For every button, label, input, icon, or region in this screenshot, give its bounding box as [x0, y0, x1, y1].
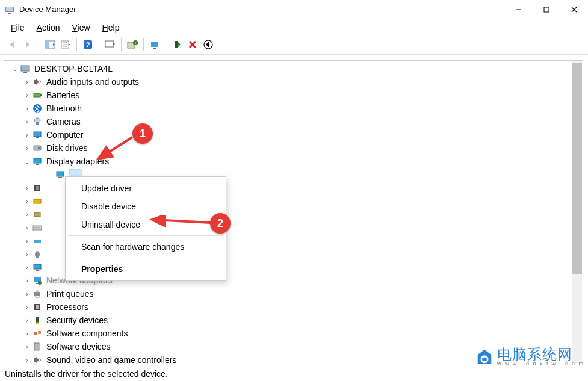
expand-arrow-icon[interactable]: ⌄ [22, 158, 32, 165]
vertical-scrollbar[interactable] [572, 61, 582, 363]
toolbar-add-drivers-button[interactable] [201, 37, 215, 52]
toolbar-help-button[interactable]: ? [81, 37, 95, 52]
sound-icon [32, 355, 43, 364]
toolbar-forward-button[interactable] [20, 37, 35, 52]
context-menu-scan-hardware[interactable]: Scan for hardware changes [66, 238, 226, 256]
maximize-button[interactable] [533, 0, 560, 19]
svg-rect-65 [36, 290, 39, 292]
tree-category-label: Disk drives [46, 143, 87, 153]
svg-rect-73 [34, 343, 39, 350]
keyboard-icon [32, 222, 43, 233]
toolbar-scan-button[interactable] [147, 37, 162, 52]
toolbar-properties-button[interactable] [58, 37, 73, 52]
context-menu-uninstall-device[interactable]: Uninstall device [66, 215, 226, 234]
chip-icon [32, 182, 43, 193]
tree-category-speaker[interactable]: ›Audio inputs and outputs [4, 75, 583, 88]
context-menu-properties[interactable]: Properties [66, 260, 226, 278]
collapse-arrow-icon[interactable]: › [22, 119, 32, 125]
collapse-arrow-icon[interactable]: › [22, 264, 32, 271]
collapse-arrow-icon[interactable]: › [22, 357, 32, 364]
context-menu-update-driver[interactable]: Update driver [66, 179, 226, 197]
collapse-arrow-icon[interactable]: › [22, 291, 32, 297]
tree-category-security[interactable]: ›Security devices [4, 314, 583, 327]
svg-rect-38 [34, 93, 40, 97]
tree-category-component[interactable]: ›Software components [4, 327, 583, 340]
svg-point-63 [38, 281, 42, 285]
svg-rect-34 [21, 66, 29, 71]
collapse-arrow-icon[interactable]: › [22, 185, 32, 191]
tree-category-cpu[interactable]: ›Processors [4, 300, 583, 314]
expand-arrow-icon[interactable]: ⌄ [10, 66, 20, 72]
menu-help[interactable]: Help [96, 20, 126, 35]
collapse-arrow-icon[interactable]: › [22, 105, 32, 112]
tree-root[interactable]: ⌄ DESKTOP-BCLTA4L [4, 62, 583, 75]
close-button[interactable] [560, 0, 588, 19]
menu-file[interactable]: File [5, 20, 31, 35]
context-menu: Update driver Disable device Uninstall d… [65, 176, 226, 281]
tree-category-disk[interactable]: ›Disk drives [4, 141, 583, 155]
tree-category-bluetooth[interactable]: ›Bluetooth [4, 102, 583, 115]
svg-rect-24 [151, 42, 158, 47]
minimize-button[interactable] [505, 0, 533, 19]
scrollbar-thumb[interactable] [572, 63, 582, 274]
collapse-arrow-icon[interactable]: › [22, 277, 32, 284]
collapse-arrow-icon[interactable]: › [22, 304, 32, 311]
tree-category-battery[interactable]: ›Batteries [4, 88, 583, 102]
svg-rect-72 [38, 331, 41, 334]
svg-marker-27 [178, 42, 181, 47]
toolbar-update-button[interactable] [103, 37, 117, 52]
network-icon [32, 275, 43, 286]
collapse-arrow-icon[interactable]: › [22, 251, 32, 258]
collapse-arrow-icon[interactable]: › [22, 132, 32, 138]
tree-category-label: Software components [46, 329, 128, 338]
computer-icon [32, 129, 43, 140]
collapse-arrow-icon[interactable]: › [22, 211, 32, 218]
context-menu-disable-device[interactable]: Disable device [66, 197, 226, 215]
printer-icon [32, 288, 43, 299]
svg-rect-50 [58, 177, 62, 178]
status-bar-text: Uninstalls the driver for the selected d… [5, 369, 168, 379]
toolbar-back-button[interactable] [5, 37, 19, 52]
tree-category-camera[interactable]: ›Cameras [4, 115, 583, 128]
collapse-arrow-icon[interactable]: › [22, 198, 32, 205]
toolbar-enable-button[interactable] [170, 37, 184, 52]
collapse-arrow-icon[interactable]: › [22, 79, 32, 85]
app-icon [5, 5, 14, 14]
tree-category-computer[interactable]: ›Computer [4, 128, 583, 141]
svg-rect-53 [34, 199, 41, 203]
tree-category-label: Software devices [46, 342, 111, 352]
svg-rect-68 [36, 305, 39, 309]
status-bar: Uninstalls the driver for the selected d… [0, 367, 588, 381]
tree-category-label: Print queues [46, 289, 94, 299]
speaker-icon [32, 76, 43, 87]
tree-category-display[interactable]: ⌄Display adapters [4, 155, 583, 168]
svg-rect-36 [34, 80, 36, 84]
svg-rect-74 [34, 358, 36, 362]
menu-file-rest: ile [16, 23, 25, 33]
toolbar-install-legacy-button[interactable]: + [125, 37, 140, 52]
toolbar-show-tree-button[interactable] [43, 37, 57, 52]
svg-rect-1 [6, 7, 13, 11]
tree-category-printer[interactable]: ›Print queues [4, 287, 583, 300]
svg-marker-33 [206, 45, 210, 47]
collapse-arrow-icon[interactable]: › [22, 238, 32, 244]
cpu-icon [32, 302, 43, 312]
svg-point-58 [35, 251, 40, 258]
watermark: 电脑系统网 w w w . d n x t w . c o m [475, 347, 584, 367]
collapse-arrow-icon[interactable]: › [22, 145, 32, 152]
toolbar-uninstall-button[interactable] [185, 37, 200, 52]
menu-action[interactable]: Action [31, 20, 66, 35]
collapse-arrow-icon[interactable]: › [22, 317, 32, 324]
toolbar-separator [39, 38, 39, 51]
svg-rect-69 [36, 317, 39, 323]
menu-action-rest: ction [42, 23, 60, 33]
collapse-arrow-icon[interactable]: › [22, 92, 32, 99]
collapse-arrow-icon[interactable]: › [22, 225, 32, 231]
menu-view[interactable]: View [66, 20, 96, 35]
svg-rect-47 [34, 158, 41, 163]
collapse-arrow-icon[interactable]: › [22, 330, 32, 337]
computer-icon [20, 63, 31, 74]
collapse-arrow-icon[interactable]: › [22, 344, 32, 350]
svg-rect-71 [34, 332, 37, 335]
disk-icon [32, 143, 43, 153]
